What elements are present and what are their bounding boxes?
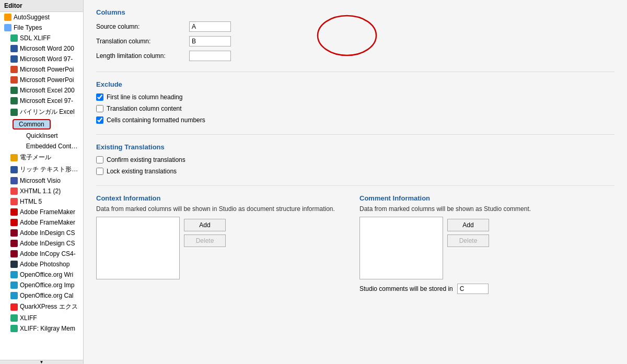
sidebar-item-filetypes[interactable]: File Types xyxy=(0,22,83,33)
sidebar-item-framemaker2[interactable]: Adobe FrameMaker xyxy=(0,217,83,228)
sidebar: Editor AutoSuggestFile TypesSDL XLIFFMic… xyxy=(0,0,84,364)
sidebar-item-indesign2[interactable]: Adobe InDesign CS xyxy=(0,238,83,249)
sidebar-item-label: Microsoft Word 200 xyxy=(20,45,74,52)
sidebar-item-label: Microsoft PowerPoi xyxy=(20,66,74,73)
sidebar-item-framemaker1[interactable]: Adobe FrameMaker xyxy=(0,207,83,217)
common-button[interactable]: Common xyxy=(13,119,51,130)
comment-content: Add Delete xyxy=(359,217,614,279)
sidebar-item-label: Adobe InCopy CS4- xyxy=(20,250,76,257)
sidebar-item-ppt97[interactable]: Microsoft PowerPoi xyxy=(0,75,83,85)
source-column-wrap xyxy=(189,21,231,32)
sidebar-item-label: OpenOffice.org Wri xyxy=(20,271,73,278)
framemaker-icon xyxy=(10,208,18,216)
first-line-label: First line is column heading xyxy=(107,93,182,101)
columns-section: Columns Source column: Translation colum… xyxy=(96,8,614,61)
sidebar-item-xliff[interactable]: XLIFF xyxy=(0,313,83,323)
ppt-icon xyxy=(10,66,18,73)
sidebar-item-label: Embedded Content xyxy=(26,143,79,150)
sidebar-item-oo-writer[interactable]: OpenOffice.org Wri xyxy=(0,269,83,280)
word-icon xyxy=(10,55,18,63)
formatted-numbers-row: Cells containing formatted numbers xyxy=(96,116,614,124)
sidebar-item-rtf[interactable]: リッチ テキスト形式 (R xyxy=(0,163,83,175)
sidebar-item-label: OpenOffice.org Imp xyxy=(20,281,75,289)
sidebar-header: Editor xyxy=(0,0,83,12)
sidebar-item-ppt2007[interactable]: Microsoft PowerPoi xyxy=(0,64,83,75)
context-delete-button[interactable]: Delete xyxy=(184,234,226,247)
columns-grid: Source column: Translation column: Lengt… xyxy=(96,21,614,61)
sidebar-item-label: QuickInsert xyxy=(26,132,58,139)
lock-existing-label: Lock existing translations xyxy=(107,168,177,175)
sidebar-item-word97[interactable]: Microsoft Word 97- xyxy=(0,54,83,64)
sidebar-item-quarkxpress[interactable]: QuarkXPress エクス xyxy=(0,301,83,313)
sidebar-item-oo-impress[interactable]: OpenOffice.org Imp xyxy=(0,280,83,290)
bilingual-icon xyxy=(10,109,18,116)
sidebar-item-quickinsert[interactable]: QuickInsert xyxy=(0,131,83,141)
sidebar-item-word2007[interactable]: Microsoft Word 200 xyxy=(0,43,83,54)
source-column-row: Source column: xyxy=(96,21,614,32)
sidebar-item-autosuggest[interactable]: AutoSuggest xyxy=(0,12,83,22)
existing-title: Existing Translations xyxy=(96,143,614,151)
comment-bottom-input[interactable] xyxy=(457,284,489,294)
xhtml-icon xyxy=(10,187,18,195)
sidebar-item-html5[interactable]: HTML 5 xyxy=(0,196,83,207)
first-line-row: First line is column heading xyxy=(96,93,614,101)
sidebar-item-label: Microsoft Excel 200 xyxy=(20,87,75,94)
sidebar-item-oo-calc[interactable]: OpenOffice.org Cal xyxy=(0,290,83,301)
sidebar-item-visio[interactable]: Microsoft Visio xyxy=(0,175,83,186)
context-title: Context Information xyxy=(96,194,351,202)
sidebar-item-label: リッチ テキスト形式 (R xyxy=(20,165,79,174)
sidebar-item-label: HTML 5 xyxy=(20,198,42,205)
translation-column-input[interactable] xyxy=(189,36,231,46)
context-add-button[interactable]: Add xyxy=(184,219,226,231)
sidebar-item-incopy[interactable]: Adobe InCopy CS4- xyxy=(0,249,83,259)
sidebar-item-label: 電子メール xyxy=(20,153,51,162)
main-content: Columns Source column: Translation colum… xyxy=(84,0,627,364)
sidebar-item-indesign1[interactable]: Adobe InDesign CS xyxy=(0,228,83,238)
confirm-existing-row: Confirm existing translations xyxy=(96,156,614,163)
comment-list[interactable] xyxy=(359,217,443,279)
sidebar-item-label: Microsoft Excel 97- xyxy=(20,97,73,104)
autosuggest-icon xyxy=(4,14,11,21)
comment-add-button[interactable]: Add xyxy=(447,219,489,231)
context-buttons: Add Delete xyxy=(184,219,226,247)
sidebar-item-sdlxliff[interactable]: SDL XLIFF xyxy=(0,33,83,43)
sidebar-scrollbar-down[interactable]: ▼ xyxy=(0,360,83,364)
excel-icon xyxy=(10,97,18,104)
sidebar-item-embedded[interactable]: Embedded Content xyxy=(0,141,83,151)
sidebar-list: AutoSuggestFile TypesSDL XLIFFMicrosoft … xyxy=(0,12,83,360)
lock-existing-checkbox[interactable] xyxy=(96,168,103,175)
sidebar-item-label: Adobe InDesign CS xyxy=(20,229,75,237)
sidebar-item-email[interactable]: 電子メール xyxy=(0,151,83,163)
sidebar-header-label: Editor xyxy=(4,2,22,9)
photoshop-icon xyxy=(10,261,18,268)
first-line-checkbox[interactable] xyxy=(96,93,103,101)
sidebar-item-excel97[interactable]: Microsoft Excel 97- xyxy=(0,96,83,106)
sidebar-item-xliff-kilgray[interactable]: XLIFF: Kilgray Mem xyxy=(0,323,83,334)
sidebar-item-label: Microsoft Word 97- xyxy=(20,55,73,63)
context-desc: Data from marked columns will be shown i… xyxy=(96,205,351,213)
sidebar-item-excel2007[interactable]: Microsoft Excel 200 xyxy=(0,85,83,96)
sidebar-item-bilingual[interactable]: バイリンガル Excel xyxy=(0,106,83,118)
sidebar-item-label: File Types xyxy=(14,24,42,31)
word-icon xyxy=(10,45,18,52)
sidebar-item-xhtml11[interactable]: XHTML 1.1 (2) xyxy=(0,186,83,196)
comment-bottom: Studio comments will be stored in xyxy=(359,284,614,294)
sidebar-item-label: Adobe InDesign CS xyxy=(20,240,75,247)
context-list[interactable] xyxy=(96,217,180,279)
indesign-icon xyxy=(10,229,18,237)
comment-delete-button[interactable]: Delete xyxy=(447,234,489,247)
sidebar-item-label: QuarkXPress エクス xyxy=(20,302,78,311)
comment-title: Comment Information xyxy=(359,194,614,202)
exclude-title: Exclude xyxy=(96,80,614,88)
indesign-icon xyxy=(10,240,18,247)
sidebar-item-label: Adobe Photoshop xyxy=(20,261,69,268)
length-column-input[interactable] xyxy=(189,51,231,61)
confirm-existing-checkbox[interactable] xyxy=(96,156,103,163)
sidebar-item-label: XLIFF: Kilgray Mem xyxy=(20,325,75,332)
source-column-input[interactable] xyxy=(189,21,231,32)
divider-1 xyxy=(96,72,614,72)
sidebar-item-photoshop[interactable]: Adobe Photoshop xyxy=(0,259,83,269)
sidebar-item-label: OpenOffice.org Cal xyxy=(20,292,74,299)
translation-content-checkbox[interactable] xyxy=(96,105,103,112)
formatted-numbers-checkbox[interactable] xyxy=(96,116,103,124)
